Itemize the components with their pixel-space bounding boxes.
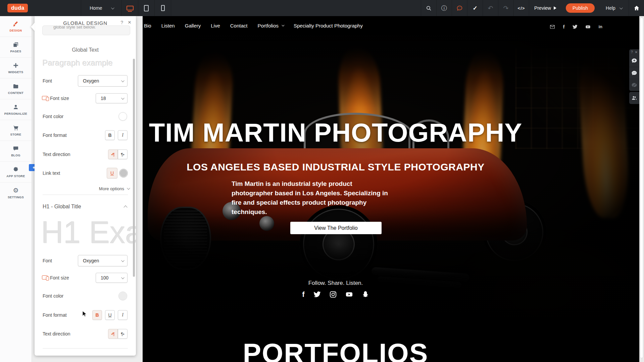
comment-bubble-icon	[456, 5, 463, 11]
mobile-view-button[interactable]	[155, 0, 171, 16]
facebook-icon[interactable]: f	[302, 291, 304, 298]
search-button[interactable]	[421, 0, 436, 16]
sidebar-item-settings[interactable]: ⚙ SETTINGS	[0, 183, 32, 203]
italic-button[interactable]: I	[118, 130, 128, 140]
scrollbar-thumb[interactable]	[640, 17, 643, 358]
publish-button[interactable]: Publish	[566, 3, 595, 13]
sidebar-item-label: CONTENT	[8, 91, 23, 95]
hero-section[interactable]: TIM MARTIN PHOTOGRAPHY LOS ANGELES BASED…	[143, 35, 639, 317]
email-icon[interactable]	[550, 24, 555, 30]
show-comments-button[interactable]	[629, 67, 639, 79]
twitter-icon[interactable]	[572, 24, 578, 30]
dashboard-home-button[interactable]	[629, 0, 644, 16]
hero-title[interactable]: TIM MARTIN PHOTOGRAPHY	[143, 117, 529, 148]
tablet-view-button[interactable]	[138, 0, 154, 16]
bold-button[interactable]: B	[105, 130, 115, 140]
desktop-view-button[interactable]	[122, 0, 138, 16]
site-nav-item[interactable]: Listen	[161, 23, 175, 29]
hide-comments-button[interactable]	[629, 79, 639, 91]
redo-button[interactable]: ↷	[498, 0, 513, 16]
sidebar-item-app-store[interactable]: APP STORE	[0, 162, 32, 183]
link-text-row: Link text U	[35, 168, 136, 178]
approve-button[interactable]: ✓	[467, 0, 483, 16]
font-color-swatch[interactable]	[118, 112, 127, 121]
hero-subtitle[interactable]: LOS ANGELES BASED INDUSTRIAL STYLE PHOTO…	[143, 161, 529, 173]
view-portfolio-button[interactable]: View The Portfolio	[290, 222, 382, 234]
font-select-value: Oxygen	[83, 258, 99, 263]
font-size-row: Font size 18	[35, 93, 136, 103]
font-select[interactable]: Oxygen	[78, 75, 128, 87]
collaborators-button[interactable]	[629, 92, 639, 104]
search-icon	[426, 5, 432, 11]
snapchat-icon[interactable]	[361, 291, 369, 298]
divider	[43, 348, 128, 349]
link-underline-button[interactable]: U	[107, 168, 117, 178]
portfolios-heading[interactable]: PORTFOLIOS	[143, 338, 529, 362]
preview-button[interactable]: Preview	[529, 0, 561, 16]
sidebar-item-label: PAGES	[10, 50, 21, 53]
duda-logo[interactable]: duda	[7, 4, 28, 12]
sidebar-item-label: BLOG	[11, 154, 20, 157]
youtube-icon[interactable]	[345, 291, 353, 298]
site-nav-item[interactable]: Bio	[144, 23, 151, 29]
more-options-link[interactable]: More options	[99, 186, 129, 191]
linkedin-icon[interactable]: in	[598, 24, 602, 30]
chevron-down-icon	[111, 6, 114, 9]
toolbar-close-button[interactable]: ✕	[635, 50, 638, 54]
font-color-label: Font color	[43, 293, 63, 299]
sidebar-item-pages[interactable]: PAGES	[0, 37, 32, 58]
font-row: Font Oxygen	[35, 75, 136, 87]
font-size-value: 100	[101, 275, 108, 280]
dev-mode-button[interactable]: </>	[514, 0, 529, 16]
sidebar-item-widgets[interactable]: WIDGETS	[0, 58, 32, 79]
site-nav-label: Portfolios	[257, 23, 279, 29]
divider	[171, 0, 171, 16]
sidebar-item-content[interactable]: CONTENT	[0, 79, 32, 99]
h1-font-size-select[interactable]: 100	[96, 273, 128, 283]
hero-description[interactable]: Tim Martin is an industrial style produc…	[232, 179, 391, 217]
sidebar-item-personalize[interactable]: PERSONALIZE	[0, 99, 32, 120]
panel-close-button[interactable]: ×	[128, 19, 131, 26]
page-scrollbar[interactable]	[639, 16, 644, 362]
help-dropdown[interactable]: Help	[599, 0, 629, 16]
panel-scrollbar-thumb[interactable]	[133, 59, 135, 277]
chevron-down-icon	[121, 259, 125, 262]
link-color-swatch[interactable]	[119, 169, 128, 177]
panel-help-button[interactable]: ?	[120, 20, 123, 25]
h1-ltr-direction-button[interactable]: ◂¶	[108, 329, 118, 339]
comments-button[interactable]	[452, 0, 467, 16]
site-nav-item[interactable]: Live	[211, 23, 220, 29]
twitter-icon[interactable]	[313, 291, 321, 298]
facebook-icon[interactable]: f	[563, 24, 564, 30]
chevron-up-icon	[123, 205, 127, 209]
left-sidebar: DESIGN PAGES WIDGETS CONTENT PERSONALIZE…	[0, 16, 32, 362]
undo-button[interactable]: ↶	[483, 0, 498, 16]
site-nav-item[interactable]: Contact	[230, 23, 248, 29]
h1-rtl-direction-button[interactable]: ¶▸	[118, 329, 128, 339]
h1-section-header[interactable]: H1 - Global Title	[35, 203, 136, 210]
rtl-direction-button[interactable]: ¶▸	[118, 149, 128, 159]
h1-font-select[interactable]: Oxygen	[78, 255, 128, 266]
ltr-direction-button[interactable]: ◂¶	[108, 149, 118, 159]
panel-collapse-arrow[interactable]	[31, 23, 35, 31]
site-preview-canvas[interactable]: Bio Listen Gallery Live Contact Portfoli…	[143, 16, 639, 362]
info-button[interactable]: ⓘ	[437, 0, 452, 16]
h1-font-color-swatch[interactable]	[118, 292, 127, 300]
h1-italic-button[interactable]: I	[118, 310, 128, 320]
youtube-icon[interactable]	[585, 24, 591, 30]
page-selector-dropdown[interactable]: Home	[81, 0, 121, 16]
sidebar-item-store[interactable]: STORE	[0, 120, 32, 141]
sidebar-item-design[interactable]: DESIGN	[0, 16, 32, 37]
people-icon	[631, 95, 637, 101]
site-nav-item-portfolios[interactable]: Portfolios	[257, 23, 284, 29]
add-comment-button[interactable]	[629, 55, 639, 67]
instagram-icon[interactable]	[329, 291, 337, 298]
h1-underline-button[interactable]: U	[105, 310, 115, 320]
sidebar-item-blog[interactable]: BLOG	[0, 141, 32, 162]
site-nav-item[interactable]: Gallery	[185, 23, 201, 29]
site-nav-item[interactable]: Specialty Product Photography	[294, 23, 363, 29]
font-size-label: Font size	[50, 275, 69, 280]
toolbar-help-button[interactable]: ?	[631, 50, 633, 54]
h1-bold-button[interactable]: B	[92, 310, 102, 320]
font-size-select[interactable]: 18	[96, 93, 128, 103]
